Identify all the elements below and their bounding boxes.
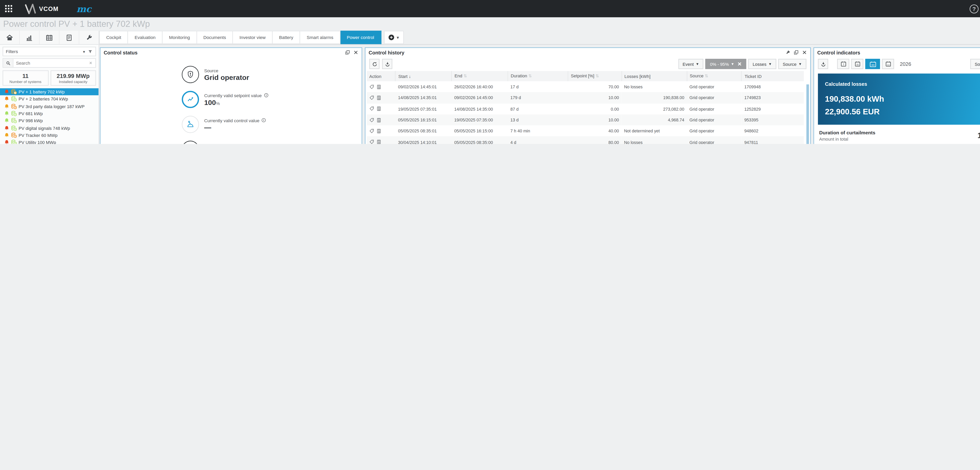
tab-monitoring[interactable]: Monitoring [163, 31, 197, 44]
svg-text:365: 365 [871, 64, 875, 66]
sidebar: Filters ▼ × 11 Number of systems 219.99 … [0, 31, 99, 144]
tab-power-control[interactable]: Power control [340, 31, 381, 44]
alarm-bell-icon [4, 96, 10, 102]
vcom-logo[interactable]: VCOM [25, 3, 59, 14]
ticket-link[interactable]: 947811 [742, 137, 804, 144]
source-filter-button[interactable]: Source▼ [778, 59, 807, 69]
bar-chart-icon[interactable] [20, 31, 40, 44]
column-header-end[interactable]: End ⇅ [452, 71, 508, 81]
column-header-losses-kwh-: Losses [kWh] [622, 71, 687, 81]
column-header-source[interactable]: Source ⇅ [687, 71, 742, 81]
shield-alert-icon [182, 66, 199, 83]
funnel-icon[interactable] [88, 49, 93, 54]
close-icon[interactable] [802, 50, 807, 55]
sort-icon: ⇅ [595, 74, 599, 78]
ticket-link[interactable]: 1749823 [742, 92, 804, 103]
losses-filter-button[interactable]: Losses▼ [748, 59, 776, 69]
download-button[interactable] [382, 59, 392, 69]
edit-tag-icon[interactable] [369, 140, 374, 144]
table-row[interactable]: 05/05/2025 08:35:0105/05/2025 16:15:007 … [367, 125, 804, 137]
system-list-item[interactable]: PV Tracker 60 MWp [0, 132, 99, 139]
wrench-icon[interactable] [80, 31, 99, 44]
lever-icon [182, 116, 199, 133]
column-header-setpoint-[interactable]: Setpoint [%] ⇅ [568, 71, 622, 81]
cell-start: 30/04/2025 14:10:01 [396, 137, 452, 144]
tab-investor-view[interactable]: Investor view [233, 31, 273, 44]
cell-end: 14/08/2025 14:35:00 [452, 103, 508, 114]
tab-documents[interactable]: Documents [197, 31, 233, 44]
table-row[interactable]: 19/05/2025 07:35:0114/08/2025 14:35:0087… [367, 103, 804, 114]
calendar-year-button[interactable]: 365 [865, 59, 880, 69]
calendar-table-icon[interactable] [40, 31, 59, 44]
calculator-icon[interactable] [376, 106, 382, 111]
wrench-icon[interactable] [785, 50, 791, 55]
tab-evaluation[interactable]: Evaluation [128, 31, 162, 44]
close-icon[interactable] [353, 50, 358, 55]
system-list-item[interactable]: PV + 1 battery 702 kWp [0, 88, 99, 95]
tab-smart-alarms[interactable]: Smart alarms [300, 31, 340, 44]
search-input[interactable] [14, 61, 86, 65]
event-filter-button[interactable]: Event▼ [678, 59, 704, 69]
info-icon[interactable] [264, 93, 269, 98]
system-list-item[interactable]: PV 3rd party data logger 187 kWP [0, 103, 99, 110]
edit-tag-icon[interactable] [369, 129, 374, 133]
popout-icon[interactable] [794, 50, 799, 55]
calendar-month-button[interactable]: 31 [851, 59, 863, 69]
calculator-icon[interactable] [376, 84, 382, 89]
add-widget-button[interactable]: ▼ [384, 31, 404, 44]
system-list-item[interactable]: PV 681 kWp [0, 110, 99, 117]
search-icon [3, 59, 13, 67]
chevron-down-icon: ▼ [799, 62, 802, 66]
download-button[interactable] [818, 59, 828, 69]
calculator-icon[interactable] [376, 140, 382, 144]
chevron-down-icon: ▼ [695, 62, 699, 66]
calendar-week-button[interactable]: 7 [837, 59, 849, 69]
system-list-item[interactable]: PV digital signals 748 kWp [0, 124, 99, 132]
tab-battery[interactable]: Battery [273, 31, 300, 44]
system-name: PV Utility 100 MWp [19, 140, 56, 144]
control-history-panel: Control history Event▼ 0% - 95%▼✕ Losses… [365, 48, 811, 144]
edit-tag-icon[interactable] [369, 84, 374, 89]
search-clear-icon[interactable]: × [86, 60, 95, 66]
setpoint-range-chip[interactable]: 0% - 95%▼✕ [706, 59, 746, 69]
table-row[interactable]: 30/04/2025 14:10:0105/05/2025 08:35:004 … [367, 137, 804, 144]
cell-setpoint: 70.00 [568, 81, 622, 92]
ticket-link[interactable]: 1252829 [742, 103, 804, 114]
calculator-icon[interactable] [376, 129, 382, 133]
calculator-icon[interactable] [376, 117, 382, 122]
document-icon[interactable] [60, 31, 80, 44]
refresh-button[interactable] [369, 59, 379, 69]
chevron-down-icon: ▼ [731, 62, 734, 66]
system-list-item[interactable]: PV + 2 batteries 704 kWp [0, 95, 99, 103]
system-list-item[interactable]: PV Utility 100 MWp [0, 139, 99, 144]
ticket-link[interactable]: 953395 [742, 114, 804, 125]
home-icon[interactable] [0, 31, 20, 44]
ticket-link[interactable]: 948602 [742, 125, 804, 137]
table-row[interactable]: 14/08/2025 14:35:0109/02/2026 14:45:0017… [367, 92, 804, 103]
calculated-losses-card: Calculated losses 190,838.00 kWh 22,900.… [818, 74, 980, 125]
calculator-icon[interactable] [376, 95, 382, 100]
edit-tag-icon[interactable] [369, 106, 374, 111]
column-header-start[interactable]: Start ↓ [396, 71, 452, 81]
calendar-custom-button[interactable] [882, 59, 894, 69]
table-row[interactable]: 05/05/2025 16:15:0119/05/2025 07:35:0013… [367, 114, 804, 125]
table-scrollbar[interactable] [807, 84, 809, 144]
system-list-item[interactable]: PV 998 kWp [0, 117, 99, 124]
remove-filter-icon[interactable]: ✕ [738, 61, 742, 67]
meteocontrol-logo[interactable]: mc [76, 3, 91, 14]
trend-arrow-icon [182, 91, 199, 108]
filters-dropdown[interactable]: Filters ▼ [3, 47, 96, 56]
edit-tag-icon[interactable] [369, 117, 374, 122]
tab-cockpit[interactable]: Cockpit [99, 31, 128, 44]
ticket-link[interactable]: 1709948 [742, 81, 804, 92]
edit-tag-icon[interactable] [369, 95, 374, 100]
alarm-bell-icon [4, 118, 10, 124]
app-grid-menu-icon[interactable] [0, 0, 17, 17]
popout-icon[interactable] [345, 50, 350, 55]
losses-kwh: 190,838.00 kWh [825, 95, 980, 103]
help-icon[interactable]: ? [970, 4, 978, 13]
table-row[interactable]: 09/02/2026 14:45:0126/02/2026 16:40:0017… [367, 81, 804, 92]
source-filter-button[interactable]: Source▼ [970, 59, 980, 69]
column-header-duration[interactable]: Duration ⇅ [508, 71, 568, 81]
info-icon[interactable] [261, 118, 266, 123]
